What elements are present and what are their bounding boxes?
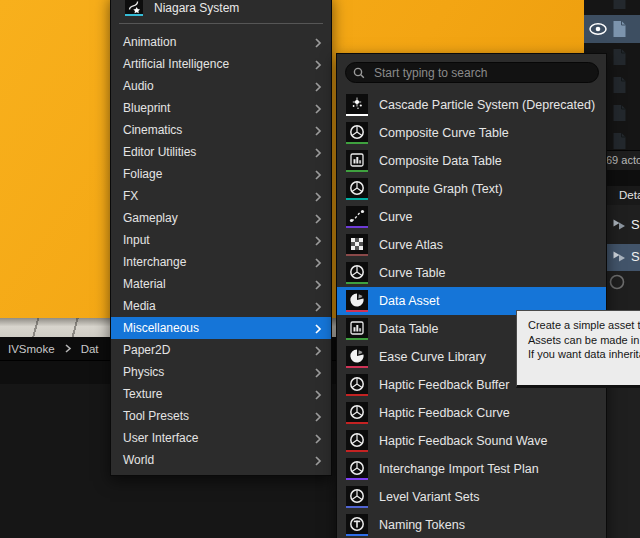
mesh-preview-icon	[608, 274, 626, 290]
add-asset-menu: Niagara System Animation Artificial Inte…	[110, 0, 332, 476]
curve-icon	[349, 208, 365, 224]
submenu-chevron-icon	[313, 455, 323, 469]
orb-icon	[349, 180, 365, 196]
asset-item-curve[interactable]: Curve	[337, 203, 606, 231]
menu-item-media[interactable]: Media	[111, 295, 331, 317]
menu-item-miscellaneous[interactable]: Miscellaneous	[111, 317, 331, 339]
tooltip-line: Assets can be made in a variety of ways	[528, 333, 640, 348]
data-asset-icon	[349, 292, 365, 308]
orb-icon	[349, 404, 365, 420]
asset-item-haptic-feedback-sound-wave[interactable]: Haptic Feedback Sound Wave	[337, 427, 606, 455]
actor-page-icon	[612, 20, 627, 38]
submenu-chevron-icon	[313, 345, 323, 359]
menu-item-material[interactable]: Material	[111, 273, 331, 295]
menu-item-interchange[interactable]: Interchange	[111, 251, 331, 273]
submenu-chevron-icon	[313, 367, 323, 381]
submenu-chevron-icon	[313, 213, 323, 227]
static-mesh-icon	[612, 250, 627, 264]
data-table-icon	[349, 320, 365, 336]
menu-item-foliage[interactable]: Foliage	[111, 163, 331, 185]
search-input[interactable]	[372, 64, 591, 81]
naming-tokens-icon	[349, 516, 365, 532]
orb-icon	[349, 460, 365, 476]
menu-item-blueprint[interactable]: Blueprint	[111, 97, 331, 119]
actor-page-icon	[612, 0, 627, 10]
menu-item-gameplay[interactable]: Gameplay	[111, 207, 331, 229]
submenu-chevron-icon	[313, 103, 323, 117]
menu-item-animation[interactable]: Animation	[111, 31, 331, 53]
menu-item-artificial-intelligence[interactable]: Artificial Intelligence	[111, 53, 331, 75]
menu-separator	[119, 23, 323, 24]
asset-item-level-variant-sets[interactable]: Level Variant Sets	[337, 483, 606, 511]
asset-item-composite-curve-table[interactable]: Composite Curve Table	[337, 119, 606, 147]
curve-atlas-icon	[349, 236, 365, 252]
asset-item-haptic-feedback-curve[interactable]: Haptic Feedback Curve	[337, 399, 606, 427]
menu-item-audio[interactable]: Audio	[111, 75, 331, 97]
menu-item-cinematics[interactable]: Cinematics	[111, 119, 331, 141]
outliner-row-selected[interactable]	[584, 15, 640, 43]
orb-icon	[349, 376, 365, 392]
menu-item-world[interactable]: World	[111, 449, 331, 471]
component-label: SM_	[631, 217, 640, 232]
details-tab-label: Details	[619, 186, 640, 205]
submenu-chevron-icon	[313, 257, 323, 271]
orb-icon	[349, 432, 365, 448]
actor-count: 69 actors	[606, 151, 640, 170]
menu-header-niagara-system[interactable]: Niagara System	[111, 1, 331, 23]
submenu-chevron-icon	[313, 169, 323, 183]
tooltip-line: If you want data inheritance or a compli…	[528, 347, 640, 362]
asset-item-curve-atlas[interactable]: Curve Atlas	[337, 231, 606, 259]
component-label: SM_	[631, 249, 640, 264]
outliner-row[interactable]	[584, 0, 640, 15]
submenu-chevron-icon	[313, 323, 323, 337]
submenu-chevron-icon	[313, 301, 323, 315]
submenu-chevron-icon	[313, 191, 323, 205]
menu-item-tool-presets[interactable]: Tool Presets	[111, 405, 331, 427]
orb-icon	[349, 264, 365, 280]
submenu-chevron-icon	[313, 279, 323, 293]
submenu-chevron-icon	[313, 147, 323, 161]
static-mesh-icon	[612, 218, 627, 232]
eye-visibility-icon[interactable]	[588, 22, 608, 36]
asset-item-naming-tokens[interactable]: Naming Tokens	[337, 511, 606, 538]
cascade-particle-icon	[349, 96, 365, 112]
breadcrumb-folder[interactable]: IVSmoke	[8, 343, 55, 355]
submenu-chevron-icon	[313, 59, 323, 73]
menu-item-physics[interactable]: Physics	[111, 361, 331, 383]
actor-page-icon	[612, 76, 627, 94]
submenu-chevron-icon	[313, 389, 323, 403]
submenu-chevron-icon	[313, 411, 323, 425]
submenu-chevron-icon	[313, 433, 323, 447]
submenu-chevron-icon	[313, 125, 323, 139]
asset-item-cascade-particle-system[interactable]: Cascade Particle System (Deprecated)	[337, 91, 606, 119]
menu-item-user-interface[interactable]: User Interface	[111, 427, 331, 449]
asset-item-composite-data-table[interactable]: Composite Data Table	[337, 147, 606, 175]
menu-item-texture[interactable]: Texture	[111, 383, 331, 405]
submenu-chevron-icon	[313, 81, 323, 95]
menu-item-editor-utilities[interactable]: Editor Utilities	[111, 141, 331, 163]
menu-item-fx[interactable]: FX	[111, 185, 331, 207]
asset-item-curve-table[interactable]: Curve Table	[337, 259, 606, 287]
actor-page-icon	[612, 104, 627, 122]
data-table-icon	[349, 152, 365, 168]
niagara-system-icon	[125, 0, 143, 16]
search-icon	[353, 67, 365, 79]
menu-header-label: Niagara System	[154, 1, 239, 15]
menu-item-paper2d[interactable]: Paper2D	[111, 339, 331, 361]
actor-page-icon	[612, 132, 627, 150]
submenu-chevron-icon	[313, 235, 323, 249]
menu-item-input[interactable]: Input	[111, 229, 331, 251]
unreal-editor-screen: IVSmoke Dat 69 actors Deta	[0, 0, 640, 538]
chevron-right-icon	[64, 343, 72, 355]
asset-item-compute-graph-text[interactable]: Compute Graph (Text)	[337, 175, 606, 203]
orb-icon	[349, 488, 365, 504]
actor-page-icon	[612, 48, 627, 66]
asset-item-interchange-import-test-plan[interactable]: Interchange Import Test Plan	[337, 455, 606, 483]
breadcrumb-subfolder[interactable]: Dat	[81, 343, 99, 355]
data-asset-tooltip: Create a simple asset that stores data A…	[516, 310, 640, 388]
miscellaneous-submenu: Cascade Particle System (Deprecated) Com…	[336, 53, 607, 538]
tooltip-line: Create a simple asset that stores data	[528, 318, 640, 333]
search-box[interactable]	[345, 62, 599, 83]
ease-curve-icon	[349, 348, 365, 364]
submenu-chevron-icon	[313, 37, 323, 51]
